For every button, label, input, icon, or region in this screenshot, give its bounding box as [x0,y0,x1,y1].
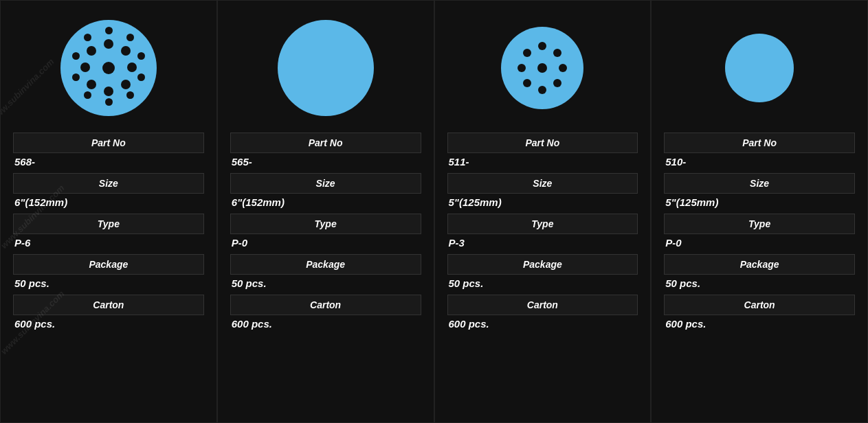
type-value-1: P-6 [13,237,30,249]
carton-label-4: Carton [664,295,855,315]
size-label-2: Size [230,173,421,194]
type-value-2: P-0 [230,237,247,249]
disc-3 [501,27,583,109]
package-label-3: Package [447,254,638,275]
carton-value-4: 600 pcs. [664,318,706,330]
package-value-3: 50 pcs. [447,277,484,289]
disc-1 [60,20,157,116]
disc-2 [278,20,374,116]
part-no-label-4: Part No [664,133,855,153]
package-label-2: Package [230,254,421,275]
carton-label-2: Carton [230,295,421,315]
package-label-4: Package [664,254,855,275]
disc-4 [725,34,794,102]
size-value-3: 5"(125mm) [447,196,502,208]
part-no-value-1: 568- [13,156,35,168]
carton-value-3: 600 pcs. [447,318,489,330]
type-label-3: Type [447,214,638,234]
size-value-2: 6"(152mm) [230,196,285,208]
product-card-4: Part No 510- Size 5"(125mm) Type P-0 Pac… [651,0,868,423]
product-card-1: www.subinvina.com www.subinvina.com www.… [0,0,217,423]
product-card-2: Part No 565- Size 6"(152mm) Type P-0 Pac… [217,0,434,423]
part-no-label-2: Part No [230,133,421,153]
size-value-4: 5"(125mm) [664,196,718,208]
product-image-3 [447,13,638,123]
size-label-3: Size [447,173,638,194]
carton-label-1: Carton [13,295,204,315]
part-no-label-3: Part No [447,133,638,153]
carton-value-1: 600 pcs. [13,318,55,330]
size-value-1: 6"(152mm) [13,196,67,208]
part-no-value-4: 510- [664,156,686,168]
carton-value-2: 600 pcs. [230,318,272,330]
part-no-value-2: 565- [230,156,252,168]
package-label-1: Package [13,254,204,275]
carton-label-3: Carton [447,295,638,315]
product-image-2 [230,13,421,123]
package-value-1: 50 pcs. [13,277,49,289]
part-no-label-1: Part No [13,133,204,153]
product-image-1 [13,13,204,123]
package-value-4: 50 pcs. [664,277,700,289]
package-value-2: 50 pcs. [230,277,267,289]
product-image-4 [664,13,855,123]
type-label-4: Type [664,214,855,234]
size-label-4: Size [664,173,855,194]
type-label-2: Type [230,214,421,234]
size-label-1: Size [13,173,204,194]
product-card-3: Part No 511- Size 5"(125mm) Type P-3 Pac… [434,0,652,423]
part-no-value-3: 511- [447,156,469,168]
type-value-3: P-3 [447,237,465,249]
type-label-1: Type [13,214,204,234]
type-value-4: P-0 [664,237,681,249]
